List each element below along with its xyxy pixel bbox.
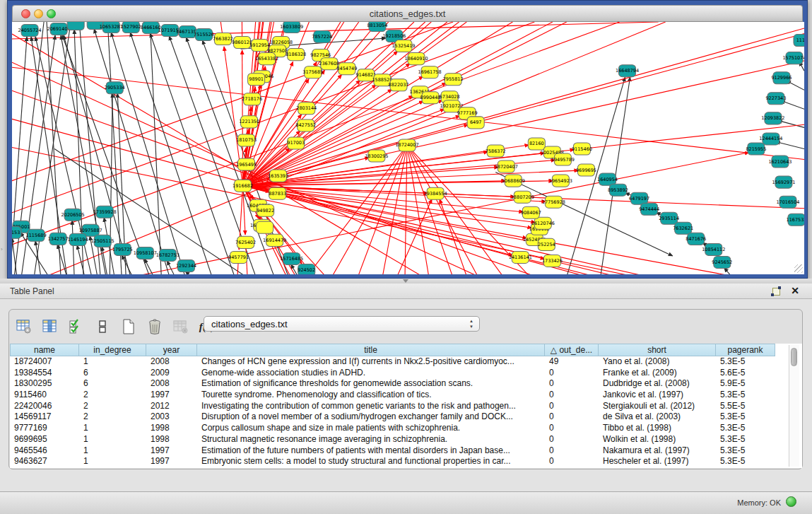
table-row[interactable]: 1830029562008Estimation of significance … xyxy=(10,378,802,390)
graph-node[interactable]: 924502 xyxy=(298,264,315,274)
graph-node[interactable]: 3175685 xyxy=(302,66,323,78)
graph-node[interactable]: 24055724 xyxy=(18,25,42,37)
graph-edge[interactable] xyxy=(243,186,546,201)
graph-node[interactable]: 9084067 xyxy=(521,206,541,218)
window-titlebar[interactable]: citations_edges.txt xyxy=(12,5,803,22)
resize-grip[interactable] xyxy=(794,264,803,273)
vertical-scrollbar[interactable] xyxy=(789,345,799,467)
table-row[interactable]: 2242004622012Investigating the contribut… xyxy=(10,401,802,412)
graph-node[interactable]: 7586372 xyxy=(486,145,506,157)
column-header-short[interactable]: short xyxy=(599,344,716,356)
graph-node[interactable]: 18300295 xyxy=(365,150,388,162)
graph-node[interactable]: 14136141 xyxy=(509,251,532,263)
graph-node[interactable]: 19384554 xyxy=(424,187,447,199)
graph-node[interactable]: 39153 xyxy=(12,226,21,238)
panel-collapse-icon[interactable]: › xyxy=(1,246,3,252)
graph-edge[interactable] xyxy=(150,33,235,274)
graph-node[interactable]: 15692971 xyxy=(772,176,795,188)
splitter-handle-icon[interactable] xyxy=(403,279,408,283)
graph-node[interactable]: 98901 xyxy=(248,74,265,86)
graph-node[interactable]: 1635393 xyxy=(268,170,288,182)
graph-node[interactable]: 15325419 xyxy=(392,40,415,52)
column-header-in_degree[interactable]: in_degree xyxy=(79,344,146,356)
network-view[interactable]: 2405572420691406106532871527902846616010… xyxy=(12,22,804,274)
graph-node-hub[interactable]: 18724007 xyxy=(395,139,418,151)
graph-node[interactable]: 887833 xyxy=(269,187,286,199)
graph-edge[interactable] xyxy=(278,194,653,274)
graph-node[interactable]: 9699695 xyxy=(576,164,596,176)
graph-node[interactable]: 16914479 xyxy=(263,234,286,246)
graph-node[interactable]: 917003 xyxy=(287,137,305,149)
graph-node[interactable]: 1167533 xyxy=(787,214,804,226)
graph-edge[interactable] xyxy=(407,145,453,274)
graph-node[interactable]: 19654923 xyxy=(549,175,572,187)
graph-node[interactable]: 8953892 xyxy=(608,184,628,196)
graph-node[interactable]: 9474444 xyxy=(639,203,659,215)
graph-node[interactable] xyxy=(67,22,84,30)
graph-node[interactable]: 7663822 xyxy=(213,33,233,45)
graph-edge[interactable] xyxy=(420,22,553,92)
graph-node[interactable]: 9457791 xyxy=(228,251,249,263)
graph-node[interactable]: 7955812 xyxy=(443,74,464,86)
graph-node[interactable]: 7515526 xyxy=(194,29,214,41)
graph-edge[interactable] xyxy=(724,268,733,274)
graph-node[interactable]: 8454749 xyxy=(336,63,357,75)
graph-node[interactable]: 7632621 xyxy=(673,222,693,234)
graph-node[interactable]: 1795725 xyxy=(112,243,133,255)
delete-table-icon[interactable] xyxy=(172,317,190,336)
graph-node[interactable]: 17756928 xyxy=(542,196,565,208)
graph-edge[interactable] xyxy=(72,221,74,274)
graph-node[interactable]: 16543382 xyxy=(255,53,278,65)
graph-node[interactable]: 252254 xyxy=(538,238,555,250)
graph-node[interactable]: 12093822 xyxy=(761,112,784,124)
graph-node[interactable]: 1527902 xyxy=(121,22,141,33)
table-select-dropdown[interactable]: citations_edges.txt ▲▼ xyxy=(204,316,480,332)
graph-node[interactable]: 6479197 xyxy=(629,192,649,204)
graph-node[interactable]: 1810753 xyxy=(236,134,257,146)
graph-node[interactable]: 9129966 xyxy=(771,72,792,84)
new-table-icon[interactable] xyxy=(119,317,138,336)
graph-node[interactable]: 1292344 xyxy=(176,259,196,271)
graph-node[interactable]: 1342757 xyxy=(48,233,69,245)
graph-node[interactable]: 7857224 xyxy=(312,31,332,43)
column-header-title[interactable]: title xyxy=(197,344,545,356)
column-header-year[interactable]: year xyxy=(146,344,197,356)
scrollbar-thumb[interactable] xyxy=(791,348,797,366)
graph-node[interactable]: 10688609 xyxy=(502,175,525,187)
graph-node[interactable]: 16648794 xyxy=(616,65,639,77)
table-row[interactable]: 946554611997Estimation of the future num… xyxy=(10,445,802,457)
column-header-pagerank[interactable]: pagerank xyxy=(716,344,775,356)
graph-node[interactable]: 1115689 xyxy=(26,229,47,241)
graph-node[interactable]: 1112 xyxy=(794,35,804,47)
graph-node[interactable]: 2803144 xyxy=(296,103,317,115)
graph-node[interactable]: 2718176 xyxy=(242,93,262,105)
graph-edge[interactable] xyxy=(778,120,804,127)
table-settings-icon[interactable] xyxy=(15,317,33,336)
float-window-icon[interactable] xyxy=(771,286,781,296)
graph-node[interactable]: 8822037 xyxy=(389,79,409,91)
graph-node[interactable]: 9245652 xyxy=(712,256,732,268)
graph-node[interactable]: 16210643 xyxy=(768,156,792,168)
graph-edge[interactable] xyxy=(358,145,407,274)
graph-node[interactable]: 7625402 xyxy=(235,236,256,248)
graph-node[interactable]: 15716485 xyxy=(280,252,303,264)
graph-node[interactable]: 18720407 xyxy=(495,160,518,173)
graph-node[interactable]: 8186328 xyxy=(286,49,306,61)
table-row[interactable]: 1938455462009Genome-wide association stu… xyxy=(10,368,802,379)
graph-node[interactable]: 2905334 xyxy=(105,82,125,94)
graph-node[interactable]: 10653287 xyxy=(100,22,123,33)
show-columns-icon[interactable] xyxy=(41,317,59,336)
graph-edge[interactable] xyxy=(130,33,212,274)
graph-node[interactable]: 19495789 xyxy=(551,153,575,165)
column-header-name[interactable]: name xyxy=(10,344,79,356)
table-row[interactable]: 911546021997Tourette syndrome. Phenomeno… xyxy=(10,390,802,401)
graph-node[interactable]: 1916682 xyxy=(233,180,253,192)
graph-node[interactable]: 18807209 xyxy=(511,191,534,203)
graph-edge[interactable] xyxy=(776,141,804,148)
graph-node[interactable] xyxy=(257,221,273,233)
table-row[interactable]: 946362711997Embryonic stem cells: a mode… xyxy=(10,456,802,467)
graph-node[interactable]: 1965495 xyxy=(236,158,257,170)
row-height-icon[interactable] xyxy=(93,317,112,336)
graph-edge[interactable] xyxy=(243,186,245,235)
graph-edge[interactable] xyxy=(243,186,545,259)
